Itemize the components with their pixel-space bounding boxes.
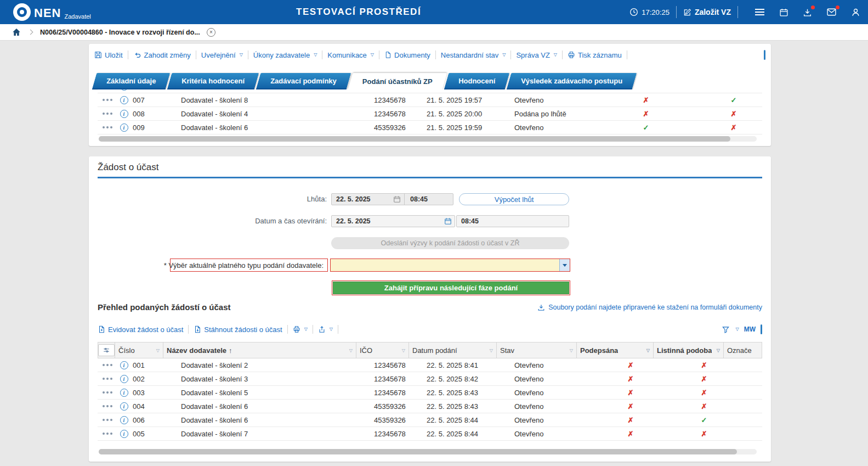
cell-signed: ✗	[602, 110, 690, 118]
header-ico[interactable]: IČO▽	[356, 343, 409, 358]
create-vz-button[interactable]: Založit VZ	[683, 8, 731, 16]
opening-date-field[interactable]: 22. 5. 2025	[331, 215, 455, 227]
cell-supplier-name: Dodavatel - školení 6	[179, 123, 372, 132]
discard-changes-button[interactable]: Zahodit změny	[133, 51, 191, 59]
tab-kriteria-hodnoceni[interactable]: Kritéria hodnocení	[167, 73, 259, 89]
header-oznaceni[interactable]: Označe	[724, 343, 762, 358]
start-next-phase-button[interactable]: Zahájit přípravu následující fáze podání	[333, 282, 569, 294]
download-requests-button[interactable]: Stáhnout žádosti o účast	[194, 325, 282, 334]
user-profile-icon[interactable]	[851, 8, 860, 17]
tab-vysledek-zadavaciho-postupu[interactable]: Výsledek zadávacího postupu	[507, 73, 637, 89]
tab-hodnoceni[interactable]: Hodnocení	[444, 73, 509, 89]
home-icon[interactable]	[12, 28, 21, 36]
register-request-button[interactable]: Evidovat žádost o účast	[98, 325, 183, 334]
row-info-icon[interactable]: i	[117, 389, 131, 397]
row-menu-icon[interactable]	[98, 113, 117, 115]
table-row[interactable]: i 009 Dodavatel - školení 6 45359326 21.…	[98, 121, 762, 134]
select-dropdown-icon[interactable]	[559, 259, 570, 271]
table-row[interactable]: i 007 Dodavatel - školení 8 12345678 21.…	[98, 93, 762, 107]
header-listinna-podoba[interactable]: Listinná podoba▽	[654, 343, 724, 358]
communication-menu[interactable]: Komunikace ▽	[327, 51, 374, 59]
opening-time-field[interactable]: 08:45	[456, 215, 569, 227]
calendar-icon[interactable]	[444, 217, 452, 225]
cell-number: 002	[131, 375, 179, 383]
filter-dropdown-icon[interactable]: ▽	[646, 348, 650, 353]
row-menu-icon[interactable]	[98, 364, 117, 366]
header-nazev-dodavatele[interactable]: Název dodavatele↑▽	[163, 343, 356, 358]
calendar-icon[interactable]	[393, 195, 401, 203]
brand[interactable]: NEN Zadavatel	[13, 3, 91, 21]
section-underline	[98, 177, 762, 178]
save-button[interactable]: Uložit	[94, 51, 123, 59]
header-datum-podani[interactable]: Datum podání▽	[409, 343, 497, 358]
print-menu[interactable]: ▽	[293, 325, 308, 333]
table-row[interactable]: i 006 Dodavatel - školení 6	[98, 89, 762, 93]
mail-icon[interactable]	[826, 8, 837, 16]
toolbar-scroll-handle[interactable]	[764, 50, 765, 60]
dropdown-icon[interactable]: ▽	[736, 327, 739, 332]
filter-dropdown-icon[interactable]: ▽	[156, 348, 160, 353]
row-menu-icon[interactable]	[98, 378, 117, 380]
table-row[interactable]: i 005 Dodavatel - školení 7 12345678 22.…	[98, 427, 762, 441]
row-info-icon[interactable]: i	[117, 110, 131, 118]
documents-button[interactable]: Dokumenty	[384, 51, 430, 59]
calendar-icon[interactable]	[779, 8, 788, 17]
filter-dropdown-icon[interactable]: ▽	[717, 348, 720, 353]
mw-toggle[interactable]: MW	[744, 325, 756, 333]
column-settings-icon[interactable]	[98, 344, 115, 356]
breadcrumb-item[interactable]: N006/25/V00004860 - Inovace v rozvoji ří…	[40, 29, 200, 36]
row-info-icon[interactable]: i	[117, 402, 131, 411]
send-request-button[interactable]: Odeslání výzvy k podání žádosti o účast …	[331, 237, 569, 249]
filter-icon[interactable]	[722, 325, 730, 334]
row-menu-icon[interactable]	[98, 419, 117, 421]
top-bar: NEN Zadavatel TESTOVACÍ PROSTŘEDÍ 17:20:…	[0, 0, 868, 24]
row-info-icon[interactable]: i	[117, 361, 131, 369]
table-row[interactable]: i 006 Dodavatel - školení 6 45359326 22.…	[98, 413, 762, 427]
row-menu-icon[interactable]	[98, 126, 117, 128]
deadline-date-field[interactable]: 22. 5. 2025	[332, 195, 393, 203]
row-info-icon[interactable]: i	[117, 430, 131, 438]
download-note[interactable]: Soubory podání najdete připravené ke sta…	[537, 304, 762, 311]
filter-dropdown-icon[interactable]: ▽	[402, 348, 405, 353]
row-menu-icon[interactable]	[98, 405, 117, 407]
nonstandard-state-menu[interactable]: Nestandardní stav ▽	[441, 51, 506, 59]
submission-type-select[interactable]	[330, 259, 570, 272]
tab-zakladni-udaje[interactable]: Základní údaje	[92, 73, 171, 89]
table-row[interactable]: i 001 Dodavatel - školení 2 12345678 22.…	[98, 358, 762, 372]
publish-menu[interactable]: Uveřejnění ▽	[201, 51, 243, 59]
header-podepsana[interactable]: Podepsána▽	[577, 343, 654, 358]
scrollbar-thumb[interactable]	[99, 136, 730, 142]
row-info-icon[interactable]: i	[117, 123, 131, 132]
table-row[interactable]: i 004 Dodavatel - školení 6 45359326 22.…	[98, 400, 762, 413]
table-row[interactable]: i 008 Dodavatel - školení 4 12345678 21.…	[98, 107, 762, 121]
filter-dropdown-icon[interactable]: ▽	[349, 348, 353, 353]
toolbar-scroll-handle[interactable]	[761, 324, 762, 334]
contracting-actions-menu[interactable]: Úkony zadavatele ▽	[253, 51, 317, 59]
horizontal-scrollbar[interactable]	[99, 449, 757, 454]
downloads-icon[interactable]	[803, 8, 812, 17]
header-stav[interactable]: Stav▽	[497, 343, 577, 358]
horizontal-scrollbar[interactable]	[99, 136, 757, 142]
row-info-icon[interactable]: i	[117, 375, 131, 383]
tab-podani-ucastniku-zp[interactable]: Podání účastníků ZP	[348, 73, 447, 89]
row-info-icon[interactable]: i	[117, 96, 131, 104]
row-menu-icon[interactable]	[98, 99, 117, 101]
filter-dropdown-icon[interactable]: ▽	[570, 348, 573, 353]
tab-zadavaci-podminky[interactable]: Zadávací podmínky	[256, 73, 351, 89]
print-record-button[interactable]: Tisk záznamu	[568, 51, 622, 59]
close-icon[interactable]: ×	[207, 28, 215, 37]
deadline-time-field[interactable]: 08:45	[404, 194, 453, 205]
scrollbar-thumb[interactable]	[99, 449, 737, 454]
menu-hamburger-icon[interactable]	[754, 8, 765, 16]
manage-vz-menu[interactable]: Správa VZ ▽	[516, 51, 557, 59]
row-info-icon[interactable]: i	[117, 89, 131, 91]
filter-dropdown-icon[interactable]: ▽	[490, 348, 493, 353]
row-info-icon[interactable]: i	[117, 416, 131, 424]
table-row[interactable]: i 002 Dodavatel - školení 3 12345678 22.…	[98, 372, 762, 386]
export-menu[interactable]: ▽	[318, 325, 333, 333]
header-cislo[interactable]: Číslo▽	[115, 343, 163, 358]
row-menu-icon[interactable]	[98, 433, 117, 435]
row-menu-icon[interactable]	[98, 391, 117, 394]
table-row[interactable]: i 003 Dodavatel - školení 5 12345678 22.…	[98, 386, 762, 400]
calculate-deadlines-button[interactable]: Výpočet lhůt	[459, 193, 569, 205]
